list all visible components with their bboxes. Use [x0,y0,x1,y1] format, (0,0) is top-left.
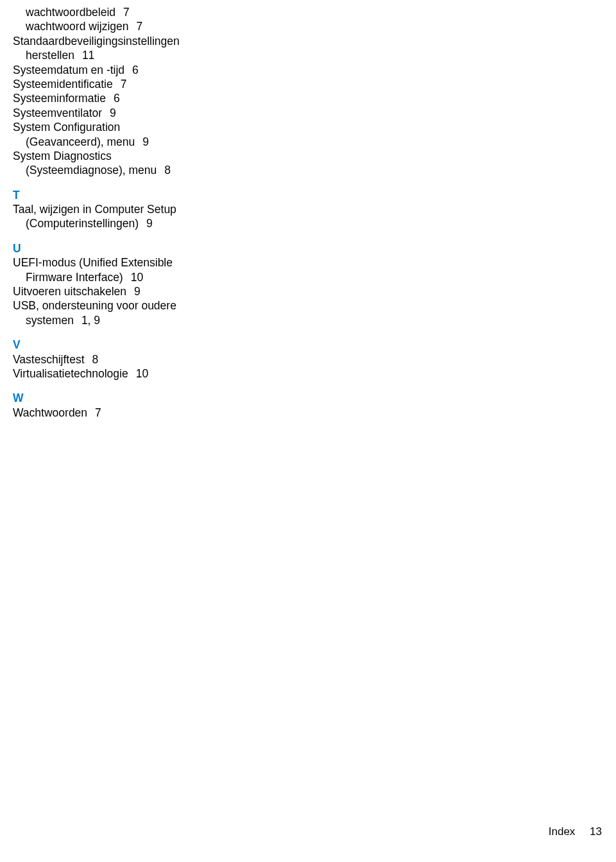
index-entry: UEFI-modus (Unified Extensible [13,255,237,270]
entry-text: System Configuration [13,121,120,134]
page-ref: 1, 9 [81,314,100,327]
index-letter-v: V [13,338,237,352]
index-subentry: (Geavanceerd), menu9 [13,135,237,149]
entry-text: (Geavanceerd), menu [26,135,135,148]
index-subentry: wachtwoordbeleid7 [13,5,237,19]
footer-page-number: 13 [590,825,602,838]
index-entry: Wachtwoorden7 [13,406,237,420]
index-subentry: wachtwoord wijzigen7 [13,19,237,33]
index-letter-w: W [13,391,237,405]
page-ref: 9 [134,285,141,298]
entry-text: wachtwoord wijzigen [26,20,129,33]
entry-text: herstellen [26,49,74,62]
index-subentry: systemen1, 9 [13,313,237,327]
index-letter-t: T [13,188,237,202]
entry-text: Virtualisatietechnologie [13,367,128,380]
index-subentry: Firmware Interface)10 [13,270,237,284]
entry-text: Uitvoeren uitschakelen [13,285,126,298]
index-entry: Taal, wijzigen in Computer Setup [13,202,237,216]
entry-text: Standaardbeveiligingsinstellingen [13,35,180,47]
page-footer: Index 13 [549,825,602,839]
index-entry: Virtualisatietechnologie10 [13,366,237,381]
page-ref: 7 [137,20,143,33]
page-ref: 10 [136,367,148,380]
entry-text: Systeemventilator [13,107,102,119]
index-entry: Standaardbeveiligingsinstellingen [13,34,237,48]
index-entry: USB, ondersteuning voor oudere [13,298,237,313]
index-entry: Systeemventilator9 [13,106,237,120]
entry-text: Taal, wijzigen in Computer Setup [13,203,176,216]
index-subentry: herstellen11 [13,48,237,62]
entry-text: wachtwoordbeleid [26,6,116,19]
entry-text: systemen [26,314,74,327]
page-ref: 8 [164,164,171,177]
index-subentry: (Systeemdiagnose), menu8 [13,163,237,177]
page-ref: 7 [121,78,127,91]
index-column: wachtwoordbeleid7 wachtwoord wijzigen7 S… [0,0,237,420]
index-subentry: (Computerinstellingen)9 [13,216,237,230]
index-entry: Uitvoeren uitschakelen9 [13,284,237,298]
page-ref: 7 [123,6,130,19]
footer-title: Index [549,825,576,838]
index-section-t: Taal, wijzigen in Computer Setup (Comput… [13,202,237,231]
index-entry: Systeemidentificatie7 [13,77,237,91]
entry-text: Systeemdatum en -tijd [13,64,124,76]
entry-text: Firmware Interface) [26,271,123,284]
index-entry: Vasteschijftest8 [13,352,237,366]
index-letter-u: U [13,241,237,255]
index-entry: System Configuration [13,120,237,134]
index-section-u: UEFI-modus (Unified Extensible Firmware … [13,255,237,327]
entry-text: Systeemidentificatie [13,78,113,91]
entry-text: System Diagnostics [13,150,112,162]
page-ref: 6 [132,64,139,76]
entry-text: (Computerinstellingen) [26,217,139,230]
index-section-v: Vasteschijftest8 Virtualisatietechnologi… [13,352,237,381]
index-entry: System Diagnostics [13,149,237,163]
page-ref: 9 [110,107,116,119]
page-ref: 9 [142,135,149,148]
entry-text: (Systeemdiagnose), menu [26,164,157,177]
entry-text: Vasteschijftest [13,353,85,366]
page-ref: 10 [131,271,143,284]
index-continuation-block: wachtwoordbeleid7 wachtwoord wijzigen7 S… [13,5,237,178]
page-ref: 9 [146,217,153,230]
entry-text: Systeeminformatie [13,92,106,105]
entry-text: UEFI-modus (Unified Extensible [13,256,173,269]
page-ref: 8 [92,353,99,366]
entry-text: Wachtwoorden [13,406,87,419]
index-section-w: Wachtwoorden7 [13,406,237,420]
index-entry: Systeemdatum en -tijd6 [13,63,237,77]
page-ref: 11 [82,49,94,62]
page-ref: 7 [95,406,101,419]
index-entry: Systeeminformatie6 [13,91,237,105]
page-ref: 6 [114,92,120,105]
entry-text: USB, ondersteuning voor oudere [13,299,176,312]
